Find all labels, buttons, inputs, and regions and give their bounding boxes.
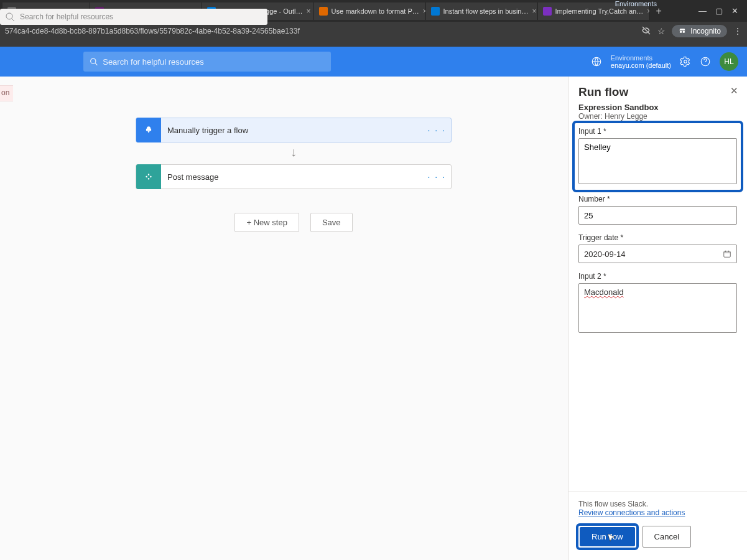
tab-title: Use markdown to format P… — [332, 7, 419, 15]
trigger-icon — [136, 118, 161, 142]
ghost-search: Search for helpful resources — [0, 9, 267, 25]
app-header: Environments enayu.com (default) HL — [0, 47, 747, 77]
top-env-label: Environments — [615, 0, 657, 7]
number-input[interactable] — [578, 206, 737, 225]
environment-picker[interactable]: Environments enayu.com (default) — [611, 54, 671, 69]
maximize-icon[interactable]: ▢ — [715, 6, 723, 16]
cursor-icon — [606, 533, 616, 543]
run-flow-panel: ✕ Run flow Expression Sandbox Owner: Hen… — [568, 77, 747, 560]
help-icon[interactable] — [700, 56, 711, 67]
close-panel-icon[interactable]: ✕ — [730, 85, 738, 96]
run-flow-button[interactable]: Run flow — [580, 527, 635, 546]
new-step-button[interactable]: + New step — [234, 213, 299, 232]
footer-text: This flow uses Slack. — [578, 500, 737, 508]
menu-icon[interactable]: ⋮ — [733, 26, 742, 36]
trigger-step[interactable]: Manually trigger a flow · · · — [136, 118, 452, 142]
incognito-badge: Incognito — [672, 25, 727, 37]
flow-canvas: on Manually trigger a flow · · · ↓ Post … — [0, 77, 747, 560]
panel-footer: This flow uses Slack. Review connections… — [568, 492, 747, 560]
environment-icon[interactable] — [591, 56, 602, 67]
svg-point-7 — [684, 60, 687, 63]
input1-textarea[interactable] — [578, 138, 737, 184]
incognito-label: Incognito — [690, 27, 721, 35]
input1-label: Input 1 * — [578, 127, 737, 136]
panel-title: Run flow — [578, 85, 737, 99]
star-icon[interactable]: ☆ — [657, 26, 666, 36]
close-window-icon[interactable]: ✕ — [731, 6, 738, 16]
eye-off-icon[interactable] — [641, 26, 651, 37]
flow-name: Expression Sandbox — [578, 103, 737, 112]
input2-textarea[interactable]: Macdonald — [578, 283, 737, 333]
input2-value: Macdonald — [584, 287, 624, 297]
number-label: Number * — [578, 195, 737, 203]
search-input[interactable] — [103, 57, 325, 67]
tab-title: Instant flow steps in busin… — [443, 7, 529, 15]
browser-tab[interactable]: Use markdown to format P…× — [314, 2, 426, 20]
arrow-icon: ↓ — [290, 145, 297, 159]
action-step[interactable]: Post message · · · — [136, 164, 452, 189]
step-menu-icon[interactable]: · · · — [428, 125, 446, 135]
step-menu-icon[interactable]: · · · — [428, 172, 446, 182]
owner-label: Owner: Henry Legge — [578, 112, 737, 121]
review-connections-link[interactable]: Review connections and actions — [578, 508, 685, 517]
slack-icon — [136, 164, 161, 189]
svg-point-2 — [680, 30, 682, 33]
cancel-button[interactable]: Cancel — [643, 526, 691, 548]
svg-rect-9 — [724, 251, 731, 257]
input1-field-highlight: Input 1 * — [575, 123, 741, 190]
calendar-icon[interactable] — [723, 250, 731, 258]
svg-line-1 — [12, 19, 14, 21]
env-name: enayu.com (default) — [611, 62, 671, 69]
trigger-date-input[interactable]: 2020-09-14 — [578, 245, 737, 263]
minimize-icon[interactable]: ― — [698, 6, 707, 16]
svg-point-0 — [6, 13, 12, 19]
trigger-label: Manually trigger a flow — [167, 126, 248, 135]
close-icon[interactable]: × — [532, 7, 536, 16]
tab-title: Implementing Try,Catch an… — [555, 7, 644, 15]
avatar[interactable]: HL — [720, 52, 738, 71]
save-button[interactable]: Save — [310, 213, 353, 232]
gear-icon[interactable] — [680, 56, 691, 67]
on-fragment: on — [0, 85, 13, 101]
run-flow-highlight: Run flow — [578, 526, 636, 548]
input2-label: Input 2 * — [578, 272, 737, 281]
svg-line-5 — [95, 63, 97, 65]
trigger-date-label: Trigger date * — [578, 233, 737, 242]
header-search[interactable] — [83, 52, 331, 72]
trigger-date-value: 2020-09-14 — [584, 250, 626, 259]
browser-tab[interactable]: Instant flow steps in busin…× — [426, 2, 538, 20]
close-icon[interactable]: × — [306, 7, 310, 16]
svg-point-3 — [683, 30, 685, 33]
svg-point-4 — [91, 58, 96, 63]
avatar-initials: HL — [724, 57, 733, 66]
action-label: Post message — [167, 172, 218, 182]
env-small-label: Environments — [611, 54, 671, 62]
ghost-search-text: Search for helpful resources — [20, 12, 113, 21]
url-text[interactable]: 574ca4-cde8-4d8b-bcb8-897b1a5d8b63/flows… — [5, 27, 300, 35]
